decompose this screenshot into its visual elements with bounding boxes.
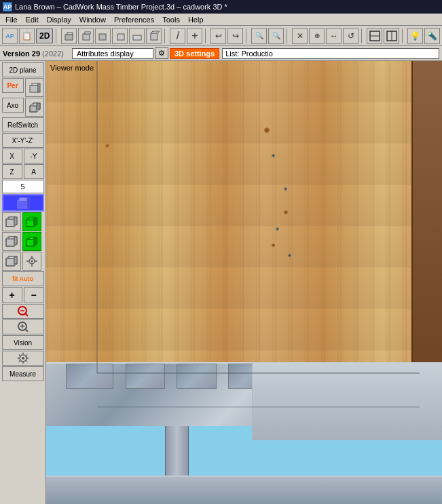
wood-knot-4: [105, 144, 109, 148]
x-btn[interactable]: X: [2, 149, 22, 163]
menu-edit[interactable]: Edit: [22, 15, 43, 24]
refresh-btn[interactable]: ↺: [343, 28, 358, 44]
sep7: [402, 28, 405, 43]
menu-window[interactable]: Window: [75, 15, 110, 24]
menu-file[interactable]: File: [1, 15, 22, 24]
svg-rect-0: [65, 35, 73, 40]
sep2: [164, 28, 167, 43]
draw-line-btn[interactable]: /: [170, 28, 185, 44]
per-cube-icon[interactable]: [25, 78, 44, 97]
new-btn[interactable]: 📋: [19, 28, 35, 44]
view-front-btn[interactable]: [61, 28, 77, 44]
version-text: Version 29: [3, 50, 40, 58]
svg-rect-24: [27, 198, 29, 208]
2d-toggle-btn[interactable]: 2D: [36, 28, 53, 43]
xy-row: X -Y: [2, 149, 44, 163]
a-btn[interactable]: A: [24, 164, 44, 179]
zoom-red-btn[interactable]: [2, 304, 44, 319]
svg-rect-3: [85, 32, 90, 34]
zoom-out-btn[interactable]: −: [24, 287, 44, 303]
svg-point-46: [31, 260, 33, 263]
zoom-fit2-btn[interactable]: [2, 319, 44, 334]
z-btn[interactable]: Z: [2, 164, 22, 179]
list-dropdown[interactable]: List: Productio: [222, 48, 439, 59]
cube-green-row: [2, 212, 44, 231]
metal-structure: [46, 362, 442, 504]
version-info: Version 29 (2022): [3, 50, 64, 58]
attr-display-field[interactable]: Attributes display: [72, 48, 153, 59]
menu-tools[interactable]: Tools: [158, 15, 184, 24]
menu-display[interactable]: Display: [43, 15, 75, 24]
view-cube-btn1[interactable]: [2, 212, 21, 231]
light1-btn[interactable]: 💡: [407, 28, 423, 44]
move-btn[interactable]: ↔: [326, 28, 342, 44]
svg-rect-23: [20, 198, 26, 200]
level-display: 5: [2, 180, 44, 193]
svg-rect-27: [14, 217, 17, 225]
svg-rect-7: [151, 33, 158, 40]
zoom-fit-btn[interactable]: 🔍: [251, 28, 267, 44]
green-cube-btn2[interactable]: [22, 232, 41, 251]
toolbar: AP 📋 2D / + ↩ ↪ 🔍 🔍 ✕ ⊕ ↔ ↺ 💡 🔦: [0, 26, 442, 46]
cancel-btn[interactable]: ✕: [292, 28, 308, 44]
view-right-btn[interactable]: [112, 28, 128, 44]
vision-btn[interactable]: Vision: [2, 335, 44, 350]
menu-preferences[interactable]: Preferences: [110, 15, 158, 24]
light2-btn[interactable]: 🔦: [424, 28, 440, 44]
undo-btn[interactable]: ↩: [210, 28, 226, 44]
view-cube-btn3[interactable]: [2, 252, 21, 271]
wood-panel: [46, 61, 442, 393]
screw-2: [284, 187, 287, 191]
frame-h-btn[interactable]: [367, 28, 382, 44]
per-btn[interactable]: Per: [2, 78, 24, 93]
measure-btn[interactable]: Measure: [2, 366, 44, 381]
app-logo-btn[interactable]: AP: [2, 28, 18, 44]
3d-nav-btn[interactable]: [2, 194, 44, 212]
svg-rect-15: [30, 85, 38, 92]
zoom-row: + −: [2, 287, 44, 303]
status-bar: Version 29 (2022) Attributes display ⚙ 3…: [0, 46, 442, 61]
settings-icon-btn[interactable]: ⚙: [155, 47, 168, 59]
viewer-mode-label: Viewer mode: [50, 64, 94, 72]
zoom-in-btn[interactable]: +: [2, 287, 22, 303]
settings-cube-btn[interactable]: [22, 252, 41, 271]
svg-rect-17: [38, 83, 40, 92]
axo-cube-icon[interactable]: [25, 98, 44, 117]
ref-switch-btn[interactable]: RefSwitch: [2, 117, 44, 132]
green-cube-btn1[interactable]: [22, 212, 41, 231]
ibeam-web: [165, 426, 189, 476]
view-cube-btn2[interactable]: [2, 232, 21, 251]
add-btn[interactable]: +: [187, 28, 202, 44]
snap-btn[interactable]: ⊕: [309, 28, 325, 44]
redo-btn[interactable]: ↪: [227, 28, 243, 44]
viewport[interactable]: Viewer mode: [46, 61, 442, 504]
svg-rect-44: [9, 256, 14, 258]
svg-rect-6: [133, 35, 141, 40]
neg-y-btn[interactable]: -Y: [24, 149, 44, 163]
svg-point-59: [22, 357, 24, 360]
svg-line-52: [25, 313, 28, 316]
svg-rect-5: [117, 34, 124, 40]
fit-auto-btn[interactable]: fit Auto: [2, 271, 44, 286]
view-isometric-btn[interactable]: [146, 28, 162, 44]
svg-rect-31: [34, 218, 37, 225]
sun-gear-btn[interactable]: [2, 351, 44, 366]
svg-rect-41: [6, 258, 14, 266]
frame-v-btn[interactable]: [384, 28, 399, 44]
svg-rect-33: [6, 239, 14, 246]
svg-rect-4: [99, 34, 106, 40]
view-left-btn[interactable]: [95, 28, 111, 44]
3d-settings-btn[interactable]: 3D settings: [170, 48, 219, 59]
axo-btn[interactable]: Axo: [2, 98, 24, 113]
axes-btn[interactable]: X'-Y'-Z': [2, 133, 44, 148]
view-back-btn[interactable]: [78, 28, 94, 44]
svg-rect-40: [29, 237, 34, 239]
cube-settings-row: [2, 252, 44, 271]
2d-plane-btn[interactable]: 2D plane: [2, 62, 44, 77]
svg-rect-32: [29, 218, 34, 220]
view-top-btn[interactable]: [129, 28, 145, 44]
zoom-btn2[interactable]: 🔍: [268, 28, 284, 44]
menu-help[interactable]: Help: [184, 15, 208, 24]
sep1: [56, 28, 58, 43]
svg-rect-16: [32, 83, 38, 85]
